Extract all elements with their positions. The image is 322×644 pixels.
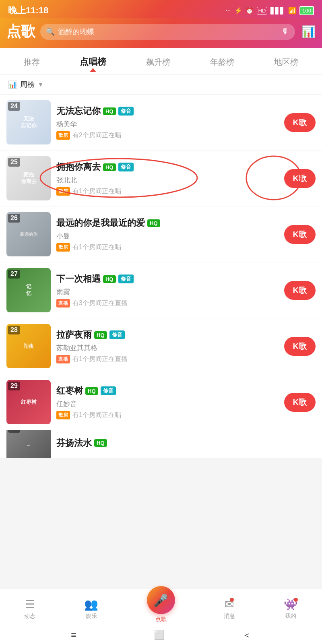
hq-badge: HQ <box>85 387 98 395</box>
nav-feed[interactable]: ☰ 动态 <box>24 598 35 620</box>
wifi-icon: 📶 <box>288 7 296 14</box>
room-badge: 歌房 <box>56 243 70 252</box>
rank-number: 27 <box>8 270 20 279</box>
song-title: 芬扬法水 <box>56 437 92 449</box>
k-song-button[interactable]: K歌 <box>284 225 316 244</box>
song-title: 红枣树 <box>56 385 83 397</box>
song-thumbnail-28: 闹夜 28 <box>6 324 51 368</box>
song-artist: 任妙音 <box>56 399 279 409</box>
song-info: 芬扬法水 HQ <box>56 437 316 452</box>
song-status: 有3个房间正在直播 <box>72 299 128 308</box>
alarm-icon: ⏰ <box>246 7 254 14</box>
tune-badge: 修音 <box>109 330 125 339</box>
search-bar[interactable]: 🔍 酒醉的蝴蝶 🎙 <box>40 24 295 40</box>
nav-entertainment[interactable]: 👥 娱乐 <box>84 598 98 620</box>
song-thumbnail-24: 无法忘记你 24 <box>6 100 51 144</box>
song-status: 有1个房间正在直播 <box>72 355 128 363</box>
song-center-button[interactable]: 🎤 <box>147 586 175 614</box>
entertainment-icon: 👥 <box>84 598 98 611</box>
song-artist: 张北北 <box>56 175 279 185</box>
tab-age[interactable]: 年龄榜 <box>206 49 238 74</box>
song-artist: 雨露 <box>56 287 279 297</box>
bluetooth-icon: ⚡ <box>234 7 242 14</box>
song-title: 拥抱你离去 <box>56 161 101 173</box>
hq-badge: HQ <box>147 219 160 227</box>
tab-recommend[interactable]: 推荐 <box>20 49 44 74</box>
hq-badge: HQ <box>103 275 116 283</box>
nav-mine[interactable]: 👾 我的 <box>284 598 298 620</box>
k-song-button[interactable]: K歌 <box>284 281 316 300</box>
live-badge: 直播 <box>56 299 70 308</box>
chart-bar-icon: 📊 <box>8 80 17 89</box>
hq-badge: HQ <box>103 107 116 115</box>
song-info: 红枣树 HQ 修音 任妙音 歌房 有1个房间正在唱 <box>56 385 279 419</box>
app-header: 点歌 🔍 酒醉的蝴蝶 🎙 📊 <box>0 18 322 48</box>
chart-selector[interactable]: 📊 周榜 ▼ <box>0 75 322 95</box>
tab-rising[interactable]: 飙升榜 <box>142 49 174 74</box>
status-time: 晚上11:18 <box>8 4 48 17</box>
rank-number: 24 <box>8 102 20 111</box>
tune-badge: 修音 <box>118 275 134 283</box>
bottom-nav: ☰ 动态 👥 娱乐 🎤 点歌 ✉ 消息 👾 我的 <box>0 589 322 626</box>
song-title: 无法忘记你 <box>56 105 101 117</box>
list-item: 闹夜 28 拉萨夜雨 HQ 修音 苏勒亚其其格 直播 有1个房间正在直播 K歌 <box>0 318 322 374</box>
nav-feed-label: 动态 <box>24 613 35 620</box>
nav-entertainment-label: 娱乐 <box>86 613 97 620</box>
rank-number: 26 <box>8 214 20 223</box>
cellular-icon: ▋▋▋ <box>270 7 285 14</box>
home-button[interactable]: ⬜ <box>154 630 165 640</box>
hq-badge: HQ <box>94 439 107 447</box>
chevron-down-icon: ▼ <box>38 81 43 88</box>
equalizer-icon[interactable]: 📊 <box>301 25 316 38</box>
tune-badge: 修音 <box>101 386 116 395</box>
nav-song-center[interactable]: 🎤 点歌 <box>147 594 175 623</box>
song-status: 有2个房间正在唱 <box>72 131 121 140</box>
tab-region[interactable]: 地区榜 <box>270 49 302 74</box>
mic-icon[interactable]: 🎙 <box>281 27 289 36</box>
hq-badge: HQ <box>94 331 107 339</box>
song-status: 有1个房间正在唱 <box>72 187 121 196</box>
signal-icon: ··· <box>225 7 231 14</box>
nav-message[interactable]: ✉ 消息 <box>224 598 235 620</box>
song-status: 有1个房间正在唱 <box>72 411 121 419</box>
song-info: 拉萨夜雨 HQ 修音 苏勒亚其其格 直播 有1个房间正在直播 <box>56 329 279 363</box>
song-artist: 杨美华 <box>56 120 279 129</box>
song-info: 拥抱你离去 HQ 修音 张北北 歌房 有1个房间正在唱 <box>56 161 279 196</box>
k-song-button[interactable]: K歌 <box>284 393 316 412</box>
song-title: 最远的你是我最近的爱 <box>56 217 145 229</box>
search-icon: 🔍 <box>46 27 55 36</box>
hd-icon: HD <box>257 7 268 14</box>
menu-button[interactable]: ≡ <box>71 630 76 640</box>
room-badge: 歌房 <box>56 131 70 140</box>
feed-icon: ☰ <box>25 598 35 611</box>
song-thumbnail-25: 拥抱你离去 25 <box>6 156 51 200</box>
k-song-button[interactable]: K歌 <box>284 337 316 356</box>
k-song-button[interactable]: K歌 <box>284 113 316 132</box>
message-icon: ✉ <box>225 598 234 611</box>
song-thumbnail-29: 红枣树 29 <box>6 380 51 424</box>
song-title: 拉萨夜雨 <box>56 329 92 341</box>
tab-chart[interactable]: 点唱榜 <box>76 48 110 74</box>
song-title: 下一次相遇 <box>56 273 101 285</box>
back-button[interactable]: ＜ <box>242 629 251 641</box>
song-artist: 苏勒亚其其格 <box>56 343 279 353</box>
battery-indicator: 100 <box>299 6 314 15</box>
tab-bar: 推荐 点唱榜 飙升榜 年龄榜 地区榜 <box>0 48 322 74</box>
song-thumbnail-27: 记忆 27 <box>6 268 51 312</box>
rank-number: 29 <box>8 382 20 390</box>
nav-message-label: 消息 <box>224 613 235 620</box>
list-item: 记忆 27 下一次相遇 HQ 修音 雨露 直播 有3个房间正在直播 K歌 <box>0 262 322 318</box>
k-song-button[interactable]: K歌 <box>284 169 316 188</box>
song-thumbnail-30: ... 30 <box>6 430 51 458</box>
search-input-text: 酒醉的蝴蝶 <box>58 27 278 37</box>
list-item: ... 30 芬扬法水 HQ <box>0 430 322 458</box>
song-status: 有1个房间正在唱 <box>72 243 121 252</box>
status-bar: 晚上11:18 ··· ⚡ ⏰ HD ▋▋▋ 📶 100 <box>0 0 322 18</box>
mine-icon: 👾 <box>284 598 298 611</box>
app-title: 点歌 <box>6 22 35 41</box>
nav-mine-label: 我的 <box>285 613 296 620</box>
tabs-container: 推荐 点唱榜 飙升榜 年龄榜 地区榜 <box>0 48 322 75</box>
chart-period-label: 周榜 <box>20 80 35 89</box>
song-thumbnail-26: 最远的你 26 <box>6 212 51 256</box>
song-info: 最远的你是我最近的爱 HQ 小曼 歌房 有1个房间正在唱 <box>56 217 279 252</box>
